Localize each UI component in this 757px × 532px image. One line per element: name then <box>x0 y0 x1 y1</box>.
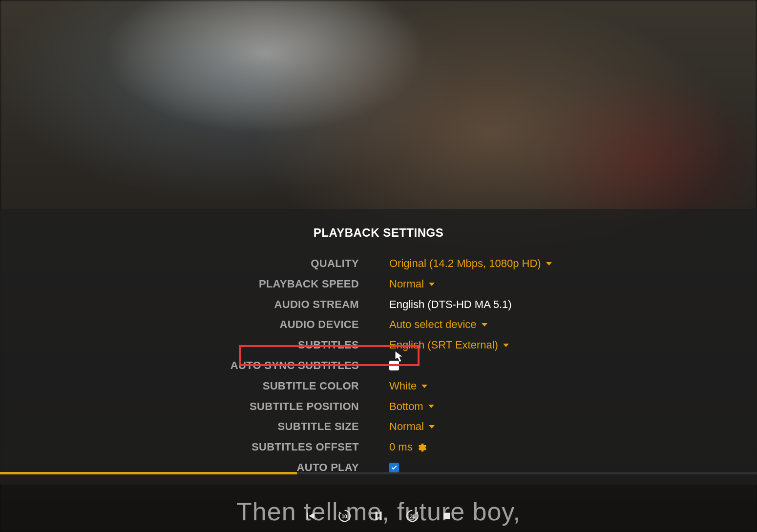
subtitles-dropdown[interactable]: English (SRT External) <box>389 338 757 353</box>
gear-icon[interactable] <box>418 443 427 452</box>
svg-rect-1 <box>376 512 378 520</box>
seek-bar[interactable] <box>0 472 757 474</box>
svg-text:30: 30 <box>410 514 416 519</box>
quality-value: Original (14.2 Mbps, 1080p HD) <box>389 256 541 271</box>
auto-play-checkbox[interactable] <box>389 463 399 472</box>
subtitle-color-dropdown[interactable]: White <box>389 379 757 394</box>
chevron-down-icon <box>421 385 427 388</box>
quality-label: QUALITY <box>0 256 359 271</box>
svg-rect-2 <box>379 512 381 520</box>
svg-text:10: 10 <box>341 514 347 519</box>
subtitle-size-label: SUBTITLE SIZE <box>0 419 359 434</box>
chevron-down-icon <box>429 425 435 429</box>
subtitle-size-dropdown[interactable]: Normal <box>389 419 757 434</box>
panel-title: PLAYBACK SETTINGS <box>0 226 757 240</box>
subtitle-position-dropdown[interactable]: Bottom <box>389 399 757 414</box>
subtitle-position-label: SUBTITLE POSITION <box>0 399 359 414</box>
subtitle-position-value: Bottom <box>389 399 423 414</box>
rewind-10-button[interactable]: 10 <box>334 506 355 526</box>
audio-device-dropdown[interactable]: Auto select device <box>389 317 757 332</box>
forward-30-button[interactable]: 30 <box>402 506 423 526</box>
playback-speed-label: PLAYBACK SPEED <box>0 277 359 292</box>
settings-grid: QUALITY Original (14.2 Mbps, 1080p HD) P… <box>0 256 757 475</box>
play-pause-button[interactable] <box>368 506 389 526</box>
subtitle-size-value: Normal <box>389 419 424 434</box>
audio-device-value: Auto select device <box>389 317 477 332</box>
chevron-down-icon <box>503 344 509 347</box>
chevron-down-icon <box>482 323 487 327</box>
chevron-down-icon <box>546 262 552 266</box>
player-controls: 10 30 <box>0 506 757 526</box>
playback-settings-panel: PLAYBACK SETTINGS QUALITY Original (14.2… <box>0 209 757 485</box>
auto-sync-subtitles-control <box>389 358 757 373</box>
auto-sync-subtitles-label: AUTO SYNC SUBTITLES <box>0 358 359 373</box>
playback-speed-dropdown[interactable]: Normal <box>389 277 757 292</box>
stop-button[interactable] <box>437 506 457 526</box>
subtitles-offset-value: 0 ms <box>389 440 413 455</box>
subtitles-value: English (SRT External) <box>389 338 498 353</box>
subtitle-color-value: White <box>389 379 417 394</box>
chevron-down-icon <box>428 405 434 408</box>
audio-stream-label: AUDIO STREAM <box>0 297 359 312</box>
audio-stream-value: English (DTS-HD MA 5.1) <box>389 297 757 312</box>
quality-dropdown[interactable]: Original (14.2 Mbps, 1080p HD) <box>389 256 757 271</box>
subtitle-color-label: SUBTITLE COLOR <box>0 379 359 394</box>
svg-rect-4 <box>444 513 450 519</box>
auto-sync-subtitles-checkbox[interactable] <box>389 361 399 370</box>
previous-button[interactable] <box>300 506 320 526</box>
subtitles-offset-label: SUBTITLES OFFSET <box>0 440 359 455</box>
chevron-down-icon <box>429 283 435 286</box>
seek-bar-fill <box>0 472 297 474</box>
playback-speed-value: Normal <box>389 277 424 292</box>
subtitles-offset-control[interactable]: 0 ms <box>389 440 757 455</box>
subtitles-label: SUBTITLES <box>0 338 359 353</box>
audio-device-label: AUDIO DEVICE <box>0 317 359 332</box>
